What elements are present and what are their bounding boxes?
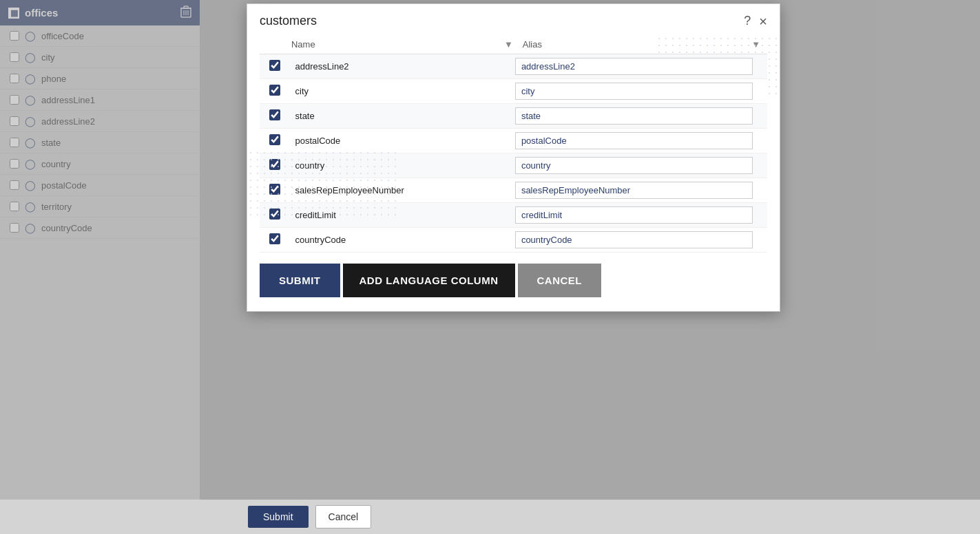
row-alias-filter-city [757,79,767,104]
row-name-filter-salesRepEmployeeNumber [502,178,512,203]
table-row: postalCode [260,129,767,153]
alias-input-countryCode[interactable] [515,231,753,248]
table-scroll-area[interactable]: addressLine2 city state [260,54,767,253]
customers-modal: customers ? × Name ▼ Alias [247,3,780,312]
table-row: countryCode [260,228,767,253]
row-name-postalCode: postalCode [290,129,503,153]
col-alias-header: Alias [520,35,745,54]
alias-input-city[interactable] [515,83,753,100]
row-alias-country[interactable] [512,153,758,178]
row-name-city: city [290,79,503,104]
row-alias-salesRepEmployeeNumber[interactable] [512,178,758,203]
col-name-filter-icon[interactable]: ▼ [497,35,520,54]
row-alias-filter-state [757,104,767,129]
row-alias-state[interactable] [512,104,758,129]
table-row: creditLimit [260,203,767,228]
row-check-country[interactable] [260,153,290,178]
row-alias-filter-country [757,153,767,178]
row-name-countryCode: countryCode [290,228,503,253]
alias-input-salesRepEmployeeNumber[interactable] [515,182,753,199]
row-name-state: state [290,104,503,129]
row-name-filter-postalCode [502,129,512,153]
alias-input-country[interactable] [515,157,753,174]
col-name-header: Name [289,35,497,54]
row-check-countryCode[interactable] [260,228,290,253]
row-name-addressLine2: addressLine2 [290,54,503,79]
table-row: state [260,104,767,129]
row-alias-countryCode[interactable] [512,228,758,253]
col-alias-filter-icon[interactable]: ▼ [744,35,767,54]
row-alias-addressLine2[interactable] [512,54,758,79]
table-row: addressLine2 [260,54,767,79]
row-alias-filter-addressLine2 [757,54,767,79]
row-alias-creditLimit[interactable] [512,203,758,228]
table-row: city [260,79,767,104]
add-language-column-button[interactable]: ADD LANGUAGE COLUMN [343,264,515,297]
row-check-state[interactable] [260,104,290,129]
bottom-submit-button[interactable]: Submit [248,506,309,528]
modal-title: customers [260,14,317,28]
row-alias-filter-creditLimit [757,203,767,228]
row-name-filter-country [502,153,512,178]
row-check-creditLimit[interactable] [260,203,290,228]
row-alias-filter-postalCode [757,129,767,153]
row-name-filter-addressLine2 [502,54,512,79]
row-name-creditLimit: creditLimit [290,203,503,228]
alias-input-postalCode[interactable] [515,132,753,149]
modal-body: Name ▼ Alias ▼ [247,35,780,253]
submit-button[interactable]: SUBMIT [260,264,340,297]
columns-table-body: addressLine2 city state [260,54,767,253]
row-alias-filter-countryCode [757,228,767,253]
modal-footer: SUBMIT ADD LANGUAGE COLUMN CANCEL [247,253,780,311]
row-check-city[interactable] [260,79,290,104]
alias-input-creditLimit[interactable] [515,206,753,224]
bottom-bar: Submit Cancel [0,500,980,534]
modal-header: customers ? × [247,4,780,35]
row-name-filter-city [502,79,512,104]
col-check-header [260,35,289,54]
row-alias-postalCode[interactable] [512,129,758,153]
row-name-filter-countryCode [502,228,512,253]
help-icon[interactable]: ? [744,14,751,28]
alias-input-addressLine2[interactable] [515,58,753,75]
row-name-filter-creditLimit [502,203,512,228]
row-name-country: country [290,153,503,178]
row-check-salesRepEmployeeNumber[interactable] [260,178,290,203]
row-alias-city[interactable] [512,79,758,104]
cancel-button[interactable]: CANCEL [518,264,602,297]
modal-header-actions: ? × [744,14,767,28]
row-alias-filter-salesRepEmployeeNumber [757,178,767,203]
close-icon[interactable]: × [759,14,767,28]
row-name-filter-state [502,104,512,129]
table-row: salesRepEmployeeNumber [260,178,767,203]
alias-input-state[interactable] [515,107,753,125]
bottom-cancel-button[interactable]: Cancel [315,505,372,528]
row-name-salesRepEmployeeNumber: salesRepEmployeeNumber [290,178,503,203]
table-row: country [260,153,767,178]
row-check-addressLine2[interactable] [260,54,290,79]
row-check-postalCode[interactable] [260,129,290,153]
columns-table: Name ▼ Alias ▼ [260,35,767,54]
